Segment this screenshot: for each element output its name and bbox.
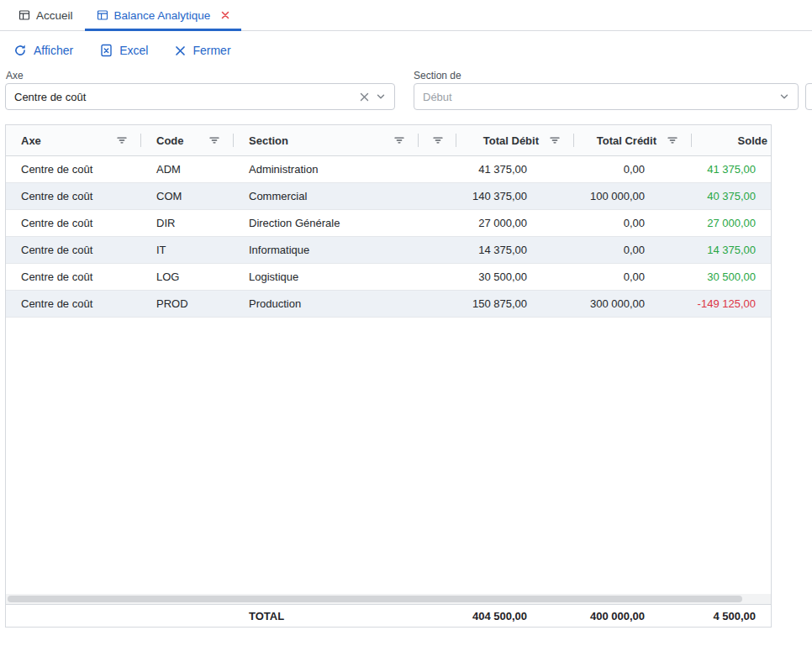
cell-total-credit: 0,00 <box>574 237 692 263</box>
cell-section: Production <box>234 291 419 317</box>
cell-code: ADM <box>141 156 234 182</box>
filter-icon[interactable] <box>208 134 220 146</box>
tab-balance-analytique[interactable]: Balance Analytique <box>85 0 242 30</box>
cell-section: Logistique <box>234 264 419 290</box>
cell-code: DIR <box>141 210 234 236</box>
cell-extra <box>419 291 456 317</box>
table-row[interactable]: Centre de coût COM Commercial 140 375,00… <box>6 183 772 210</box>
cell-solde: 30 500,00 <box>692 264 772 290</box>
axe-select[interactable]: Centre de coût <box>5 83 395 110</box>
axe-field-label: Axe <box>6 70 24 81</box>
cell-code: PROD <box>141 291 234 317</box>
excel-export-button[interactable]: Excel <box>100 44 148 57</box>
total-solde: 4 500,00 <box>692 610 772 622</box>
excel-file-icon <box>100 44 113 57</box>
refresh-icon <box>13 44 27 57</box>
tab-accueil[interactable]: Accueil <box>7 0 85 30</box>
cell-total-debit: 14 375,00 <box>456 237 574 263</box>
cell-total-credit: 0,00 <box>574 210 692 236</box>
column-header-axe[interactable]: Axe <box>6 125 141 155</box>
cell-extra <box>419 183 456 209</box>
cell-extra <box>419 237 456 263</box>
cell-section: Direction Générale <box>234 210 419 236</box>
column-header-code-label: Code <box>156 134 184 147</box>
table-row[interactable]: Centre de coût IT Informatique 14 375,00… <box>6 237 772 264</box>
fermer-button[interactable]: Fermer <box>175 44 230 57</box>
cell-extra <box>419 210 456 236</box>
cell-extra <box>419 156 456 182</box>
section-de-select[interactable]: Début <box>414 83 799 110</box>
cell-total-debit: 140 375,00 <box>456 183 574 209</box>
total-credit: 400 000,00 <box>574 610 692 622</box>
cell-total-debit: 150 875,00 <box>456 291 574 317</box>
cell-axe: Centre de coût <box>6 210 141 236</box>
cell-total-debit: 27 000,00 <box>456 210 574 236</box>
clear-icon[interactable] <box>360 92 369 102</box>
cell-axe: Centre de coût <box>6 156 141 182</box>
cell-axe: Centre de coût <box>6 264 141 290</box>
filter-icon[interactable] <box>432 134 444 146</box>
section-de-field-label: Section de <box>414 70 461 81</box>
afficher-label: Afficher <box>34 44 73 57</box>
cell-code: COM <box>141 183 234 209</box>
total-debit: 404 500,00 <box>456 610 574 622</box>
tab-accueil-label: Accueil <box>36 9 73 22</box>
cell-section: Informatique <box>234 237 419 263</box>
column-header-axe-label: Axe <box>21 134 41 147</box>
cell-code: LOG <box>141 264 234 290</box>
table-row[interactable]: Centre de coût LOG Logistique 30 500,00 … <box>6 264 772 291</box>
table-row[interactable]: Centre de coût DIR Direction Générale 27… <box>6 210 772 237</box>
cell-solde: 27 000,00 <box>692 210 772 236</box>
table-row[interactable]: Centre de coût ADM Administration 41 375… <box>6 156 772 183</box>
column-header-code[interactable]: Code <box>141 125 234 155</box>
truncated-select[interactable] <box>805 83 812 110</box>
close-icon <box>175 45 186 56</box>
cell-section: Commercial <box>234 183 419 209</box>
column-header-extra-filter[interactable] <box>419 125 456 155</box>
excel-label: Excel <box>119 44 148 57</box>
column-header-total-credit-label: Total Crédit <box>597 134 656 147</box>
grid-total-row: TOTAL 404 500,00 400 000,00 4 500,00 <box>6 604 772 627</box>
cell-solde: 40 375,00 <box>692 183 772 209</box>
grid-header-row: Axe Code Section Total Débit <box>6 125 772 156</box>
balance-analytique-grid: Axe Code Section Total Débit <box>5 124 772 628</box>
cell-total-credit: 300 000,00 <box>574 291 692 317</box>
close-tab-icon[interactable] <box>221 11 229 19</box>
section-de-select-value: Début <box>423 91 772 103</box>
column-header-section[interactable]: Section <box>234 125 419 155</box>
cell-total-credit: 100 000,00 <box>574 183 692 209</box>
horizontal-scrollbar-thumb[interactable] <box>8 596 742 602</box>
grid-icon <box>18 9 30 21</box>
axe-select-value: Centre de coût <box>14 91 353 103</box>
grid-body: Centre de coût ADM Administration 41 375… <box>6 156 772 318</box>
column-header-total-debit[interactable]: Total Débit <box>456 125 574 155</box>
column-header-section-label: Section <box>249 134 288 147</box>
chevron-down-icon[interactable] <box>779 92 789 102</box>
filter-icon[interactable] <box>116 134 128 146</box>
column-header-solde[interactable]: Solde <box>692 125 772 155</box>
grid-icon <box>97 9 108 21</box>
cell-solde: -149 125,00 <box>692 291 772 317</box>
table-row[interactable]: Centre de coût PROD Production 150 875,0… <box>6 291 772 318</box>
horizontal-scrollbar[interactable] <box>6 594 771 604</box>
cell-axe: Centre de coût <box>6 291 141 317</box>
cell-axe: Centre de coût <box>6 237 141 263</box>
chevron-down-icon[interactable] <box>376 92 386 102</box>
total-label: TOTAL <box>234 610 419 622</box>
cell-extra <box>419 264 456 290</box>
cell-total-credit: 0,00 <box>574 156 692 182</box>
filter-icon[interactable] <box>393 134 405 146</box>
grid-empty-area <box>6 318 771 594</box>
column-header-total-debit-label: Total Débit <box>483 134 539 147</box>
cell-total-debit: 30 500,00 <box>456 264 574 290</box>
toolbar: Afficher Excel Fermer <box>13 44 231 57</box>
afficher-button[interactable]: Afficher <box>13 44 73 57</box>
column-header-total-credit[interactable]: Total Crédit <box>574 125 692 155</box>
cell-total-credit: 0,00 <box>574 264 692 290</box>
fermer-label: Fermer <box>192 44 230 57</box>
filter-icon[interactable] <box>549 134 561 146</box>
tab-bar: Accueil Balance Analytique <box>0 0 812 31</box>
filter-icon[interactable] <box>667 134 678 146</box>
cell-solde: 41 375,00 <box>692 156 772 182</box>
cell-solde: 14 375,00 <box>692 237 772 263</box>
